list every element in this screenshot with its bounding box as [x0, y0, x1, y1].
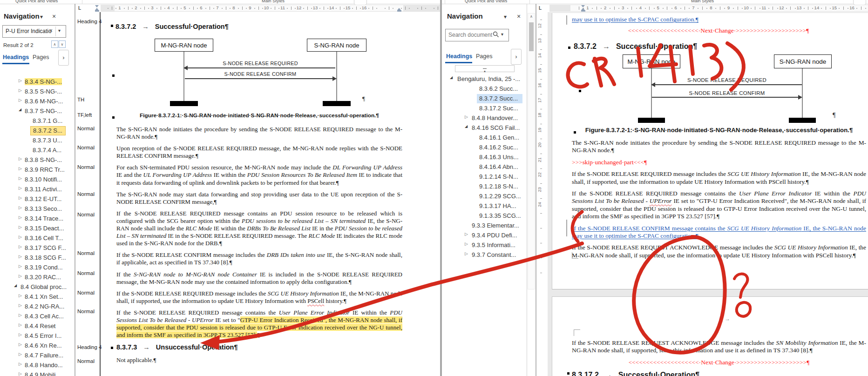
nav-item[interactable]: 8.4.16.4 Abn... — [479, 163, 518, 170]
collapse-toggle-collapsed-icon[interactable]: ▷ — [19, 264, 22, 269]
nav-item[interactable]: 8.3.17 SCG F... — [25, 244, 66, 251]
nav-item[interactable]: 8.4 Global proc... — [20, 283, 67, 290]
doc-paragraph[interactable]: For each SN-terminated PDU session resou… — [116, 164, 402, 186]
nav-item[interactable]: 8.3.7.2 S... — [30, 126, 66, 135]
tab-headings[interactable]: Headings — [446, 53, 472, 60]
collapse-toggle-collapsed-icon[interactable]: ▷ — [19, 176, 22, 181]
collapse-toggle-expanded-icon[interactable]: ◢ — [19, 107, 21, 112]
doc-paragraph[interactable]: If the S-NODE RELEASE REQUIRED message c… — [116, 210, 402, 247]
collapse-toggle-collapsed-icon[interactable]: ▷ — [19, 274, 22, 278]
collapse-toggle-collapsed-icon[interactable]: ▷ — [19, 254, 22, 259]
diagram-node-box[interactable]: M-NG-RAN node — [623, 54, 680, 68]
collapse-toggle-collapsed-icon[interactable]: ▷ — [19, 225, 22, 229]
doc-paragraph[interactable]: If the S-NODE RELEASE REQUIRED message i… — [116, 290, 402, 305]
nav-item[interactable]: 8.3.7.2 Succ... — [477, 94, 522, 103]
diagram-node-box[interactable]: M-NG-RAN node — [155, 39, 213, 52]
collapse-toggle-collapsed-icon[interactable]: ▷ — [19, 371, 22, 376]
search-dropdown-icon[interactable]: ▾ — [501, 32, 503, 37]
previous-result-button[interactable]: ∧ — [51, 40, 58, 48]
tab-headings[interactable]: Headings — [3, 54, 29, 60]
collapse-toggle-collapsed-icon[interactable]: ▷ — [19, 342, 22, 347]
doc-paragraph[interactable]: If the S-NODE RELEASE REQUIRED message c… — [572, 190, 866, 221]
doc-paragraph[interactable]: If the S-NODE RELEASE REQUEST ACKNOWLEDG… — [572, 244, 866, 259]
nav-item[interactable]: 8.3.9 RRC Tr... — [25, 166, 65, 173]
scrollbar-track[interactable] — [528, 13, 535, 289]
collapse-toggle-collapsed-icon[interactable]: ▷ — [19, 186, 22, 190]
search-dropdown-icon[interactable]: ▾ — [58, 28, 61, 33]
collapse-toggle-collapsed-icon[interactable]: ▷ — [19, 78, 22, 83]
nav-item[interactable]: 8.3.7.3 U... — [33, 137, 62, 144]
collapse-toggle-collapsed-icon[interactable]: ▷ — [19, 293, 22, 298]
doc-paragraph[interactable]: If the S-NODE RELEASE REQUIRED message c… — [116, 309, 402, 339]
nav-item[interactable]: 8.3.7 S-NG-... — [25, 107, 62, 114]
collapse-toggle-collapsed-icon[interactable]: ▷ — [465, 232, 468, 236]
collapse-toggle-expanded-icon[interactable]: ◢ — [14, 283, 17, 288]
doc-paragraph[interactable]: If the S-NODE RELEASE CONFIRM message in… — [116, 251, 402, 266]
collapse-toggle-collapsed-icon[interactable]: ▷ — [19, 313, 22, 317]
doc-paragraph[interactable]: <<<<<<<<<<<<<<<<<<<<·Next·Change·>>>>>>>… — [572, 27, 865, 34]
pane-splitter[interactable] — [75, 4, 75, 376]
nav-item[interactable]: 9.3.7 Constant... — [472, 251, 516, 258]
doc-paragraph[interactable]: Figure·8.3.7.2-1:·S-NG-RAN·node·initiate… — [116, 112, 402, 119]
collapse-toggle-collapsed-icon[interactable]: ▷ — [19, 166, 22, 171]
tab-pages[interactable]: Pages — [33, 54, 49, 60]
nav-item[interactable]: 9.1.2.14 S-N... — [479, 173, 518, 180]
section-heading[interactable]: 8.3.7.3→Unsuccessful·Operation¶ — [116, 343, 402, 352]
collapse-toggle-collapsed-icon[interactable]: ▷ — [19, 195, 22, 200]
nav-item[interactable]: 8.3.13 Seco... — [25, 205, 62, 212]
nav-item[interactable]: 8.4.2 NG-RA... — [25, 303, 64, 310]
nav-item[interactable]: 8.4.16.3 Uns... — [479, 154, 519, 161]
scrollbar-up-arrow[interactable]: ∧ — [528, 14, 535, 19]
nav-item[interactable]: 8.3.20 RAC... — [25, 274, 61, 281]
nav-item[interactable]: 8.3.7.1 G... — [33, 117, 62, 124]
doc-paragraph[interactable]: If the S-NODE RELEASE CONFIRM message co… — [572, 225, 866, 240]
nav-item[interactable]: 8.4.4 Reset — [25, 322, 56, 329]
nav-item[interactable]: 8.4.8 Handover... — [472, 114, 518, 121]
doc-paragraph[interactable]: The S-NG-RAN node initiates the procedur… — [116, 126, 402, 141]
nav-item[interactable]: 8.3.6 M-NG-... — [25, 98, 63, 105]
doc-paragraph[interactable]: Upon reception of the S-NODE RELEASE REQ… — [116, 145, 402, 160]
nav-item[interactable]: 8.3.14 Trace... — [25, 215, 63, 222]
nav-item[interactable]: 9.3.4 PDU Defi... — [472, 232, 517, 239]
chevron-down-icon[interactable]: ▾ — [40, 13, 43, 20]
doc-paragraph[interactable]: <<<<<<<<<<<<<<<<<<<<·Next·Change·>>>>>>>… — [572, 359, 866, 366]
doc-paragraph[interactable]: If the S-NODE RELEASE REQUEST ACKNOWLEDG… — [572, 339, 866, 355]
nav-item[interactable]: 8.4.1 Xn Set... — [25, 293, 63, 300]
nav-item[interactable]: 8.4.16.1 Gen... — [479, 134, 519, 141]
nav-item[interactable]: 8.4.5 Error I... — [25, 332, 61, 339]
section-heading[interactable]: 8.3.17.2→Successful·Operation¶ — [572, 370, 866, 376]
collapse-toggle-collapsed-icon[interactable]: ▷ — [19, 88, 22, 93]
nav-item[interactable]: 8.3.4 S-NG-... — [25, 78, 62, 85]
doc-paragraph[interactable]: >>>skip·unchanged·part<<<¶ — [572, 159, 866, 166]
collapse-toggle-collapsed-icon[interactable]: ▷ — [19, 352, 22, 356]
scroll-to-top-button[interactable]: ▲ — [455, 65, 515, 72]
doc-paragraph[interactable]: If the S-NODE RELEASE REQUIRED message i… — [572, 170, 866, 186]
doc-paragraph[interactable]: If the S-NG-RAN node to M-NG-RAN node Co… — [116, 271, 402, 286]
nav-item[interactable]: 8.3.10 Notifi... — [25, 176, 62, 183]
doc-paragraph[interactable]: may use it to optimise the S-CPAC config… — [572, 16, 865, 23]
close-icon[interactable]: × — [52, 13, 56, 20]
nav-item[interactable]: 8.4.3 Cell Ac... — [25, 313, 64, 320]
scrollbar-thumb[interactable] — [529, 22, 534, 51]
tab-selector[interactable]: L — [539, 6, 542, 11]
collapse-toggle-collapsed-icon[interactable]: ▷ — [465, 242, 468, 246]
nav-item[interactable]: 8.4.9 Mobili... — [25, 371, 61, 376]
collapse-toggle-collapsed-icon[interactable]: ▷ — [19, 362, 22, 366]
collapse-toggle-collapsed-icon[interactable]: ▷ — [465, 251, 468, 256]
left-indent-marker[interactable] — [581, 10, 585, 12]
tab-selector[interactable]: L — [78, 6, 81, 11]
nav-item[interactable]: 9.3.5 Informati... — [472, 242, 515, 248]
nav-item[interactable]: 9.1.3.35 SCG... — [479, 212, 521, 219]
clear-search-icon[interactable]: × — [49, 27, 53, 34]
collapse-toggle-collapsed-icon[interactable]: ▷ — [19, 235, 22, 239]
section-heading[interactable]: 8.3.7.2→Successful·Operation¶ — [115, 22, 395, 31]
collapse-toggle-collapsed-icon[interactable]: ▷ — [19, 98, 22, 102]
left-indent-marker[interactable] — [95, 10, 99, 12]
collapse-toggle-collapsed-icon[interactable]: ▷ — [465, 114, 468, 119]
nav-item[interactable]: 8.3.16 Cell T... — [25, 235, 63, 242]
nav-item[interactable]: 8.4.16.2 Suc... — [479, 144, 518, 151]
nav-item[interactable]: 9.1.2.18 S-N... — [479, 183, 518, 190]
close-icon[interactable]: × — [517, 13, 521, 20]
nav-item[interactable]: 8.4.16 SCG Fail... — [472, 124, 520, 131]
nav-item[interactable]: 8.3.5 S-NG-... — [25, 88, 62, 95]
